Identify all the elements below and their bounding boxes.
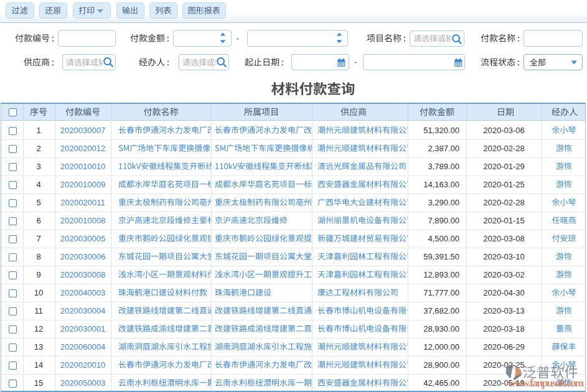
- svg-text:www.fanpusoft.com: www.fanpusoft.com: [508, 376, 585, 389]
